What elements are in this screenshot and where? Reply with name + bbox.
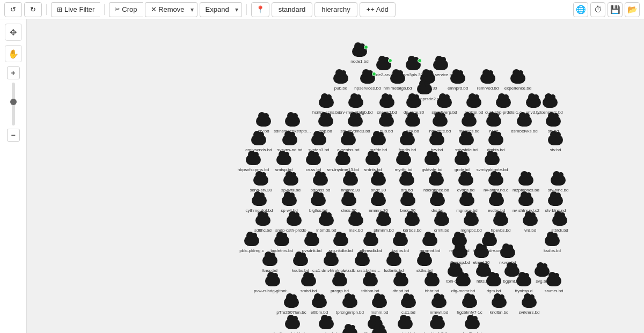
node-117[interactable]: srvmrs.bd (535, 276, 573, 293)
main-area: ✥ ✋ + − node1.bd node2-srv.bd (0, 19, 644, 333)
node-132[interactable]: kndlbn.bd (453, 319, 491, 333)
cloud-shape (466, 97, 481, 108)
zoom-thumb[interactable] (10, 99, 17, 105)
node-icon (496, 97, 511, 109)
node-131[interactable]: hgcblmfy7-1.c (419, 319, 456, 333)
node-42[interactable]: stv.bd (537, 135, 574, 152)
expand-button[interactable]: Expand (200, 2, 235, 17)
node-icon (256, 116, 271, 128)
node-icon (390, 73, 405, 85)
node-label: dfnpd.bd (392, 288, 409, 293)
remove-dropdown-button[interactable]: ▾ (187, 2, 197, 17)
add-button[interactable]: + + Add (360, 2, 396, 17)
cloud-shape (379, 97, 394, 108)
redo-icon: ↻ (30, 5, 36, 13)
cloud-shape (480, 73, 495, 84)
globe-icon: 🌐 (576, 5, 586, 14)
cloud-shape (255, 215, 270, 226)
cloud-shape (285, 116, 300, 127)
node-icon (459, 195, 474, 207)
node-134[interactable]: mrdblkg.bd (361, 328, 398, 333)
zoom-slider[interactable]: + − (7, 66, 20, 142)
node-icon (399, 175, 414, 187)
node-icon (246, 154, 261, 166)
cloud-shape (341, 135, 356, 145)
node-icon (400, 135, 415, 146)
remove-button[interactable]: ✕ Remove (145, 2, 190, 17)
node-23[interactable]: sdlnsmgcpkstrpts.bd (274, 116, 311, 134)
node-icon (262, 255, 277, 267)
cloud-shape (244, 235, 259, 246)
location-button[interactable]: 📍 (251, 2, 269, 17)
node-icon (285, 116, 300, 128)
node-label: dsmbtdvks.bd (511, 129, 537, 134)
node-62[interactable]: stv-blnc.bd (539, 175, 577, 193)
node-icon (522, 297, 537, 309)
toolbar: ↺ ↻ ⊞ Live Filter ✂ Crop ✕ Remove ▾ Expa… (0, 0, 644, 19)
redo-button[interactable]: ↻ (24, 2, 42, 17)
node-icon (348, 215, 363, 227)
cloud-shape (429, 135, 444, 145)
zoom-track[interactable] (12, 83, 15, 125)
live-filter-button[interactable]: ⊞ Live Filter (51, 2, 100, 17)
status-dot (418, 58, 422, 63)
node-label: sp-wftll.bd (281, 188, 301, 193)
folder-button[interactable]: 📂 (625, 2, 640, 17)
node-icon (255, 215, 270, 227)
node-84[interactable]: stblck.bd (541, 215, 579, 233)
clock-button[interactable]: ⏱ (590, 2, 605, 17)
node-icon (379, 116, 394, 128)
node-11[interactable]: experience.bd (499, 73, 537, 91)
node-label: stv.bd (550, 147, 561, 152)
hand-button[interactable]: ✋ (5, 45, 22, 62)
cloud-shape (274, 235, 289, 246)
undo-button[interactable]: ↺ (4, 2, 22, 17)
node-icon (342, 328, 357, 333)
zoom-out-button[interactable]: − (7, 129, 20, 142)
cloud-shape (450, 73, 465, 84)
node-label: experience.bd (504, 86, 531, 91)
crop-button[interactable]: ✂ Crop (109, 2, 142, 17)
cloud-shape (543, 97, 558, 108)
cloud-shape (333, 235, 348, 246)
node-94[interactable]: ksdbs.bd (533, 235, 571, 253)
remove-label: ✕ Remove (151, 5, 185, 13)
cloud-shape (282, 135, 297, 145)
cloud-shape (319, 215, 334, 226)
cloud-shape (265, 276, 280, 286)
hierarchy-button[interactable]: hierarchy (314, 2, 357, 17)
node-icon (401, 297, 416, 309)
node-icon (376, 215, 391, 227)
node-icon (363, 276, 378, 287)
canvas[interactable]: node1.bd node2-srv.bd srv3pls.30 c.c1ser… (27, 19, 644, 333)
cloud-shape (246, 154, 261, 165)
cloud-shape (522, 297, 537, 308)
node-73[interactable]: stv-blnc.nd (537, 195, 574, 213)
node-51[interactable]: svrntypktgnte.bd (473, 154, 511, 172)
separator-3 (246, 4, 247, 15)
node-41[interactable]: dmbts.bd (477, 135, 515, 152)
pan-button[interactable]: ✥ (5, 24, 22, 41)
node-icon (333, 235, 348, 247)
node-97[interactable]: nkvcs.bd (489, 247, 526, 265)
node-icon (312, 297, 327, 309)
zoom-in-button[interactable]: + (7, 66, 20, 79)
globe-button[interactable]: 🌐 (573, 2, 588, 17)
node-108[interactable]: pvw-rslbdg-glthntgb.bd (254, 276, 291, 293)
node-icon (518, 195, 533, 207)
standard-button[interactable]: standard (272, 2, 313, 17)
node-127[interactable]: bvdlmnvdvtddmk.bd (274, 319, 311, 333)
save-button[interactable]: 💾 (608, 2, 623, 17)
cloud-shape (546, 276, 561, 286)
node-126[interactable]: svrkmrs.bd (510, 297, 548, 315)
node-icon (283, 175, 298, 187)
cloud-shape (405, 116, 420, 127)
node-icon (489, 195, 504, 207)
expand-dropdown-button[interactable]: ▾ (232, 2, 242, 17)
cloud-shape (486, 116, 501, 127)
cloud-shape (492, 297, 507, 308)
node-icon (348, 97, 363, 109)
node-icon (284, 297, 299, 309)
cloud-shape (262, 255, 277, 266)
node-icon (480, 73, 495, 85)
